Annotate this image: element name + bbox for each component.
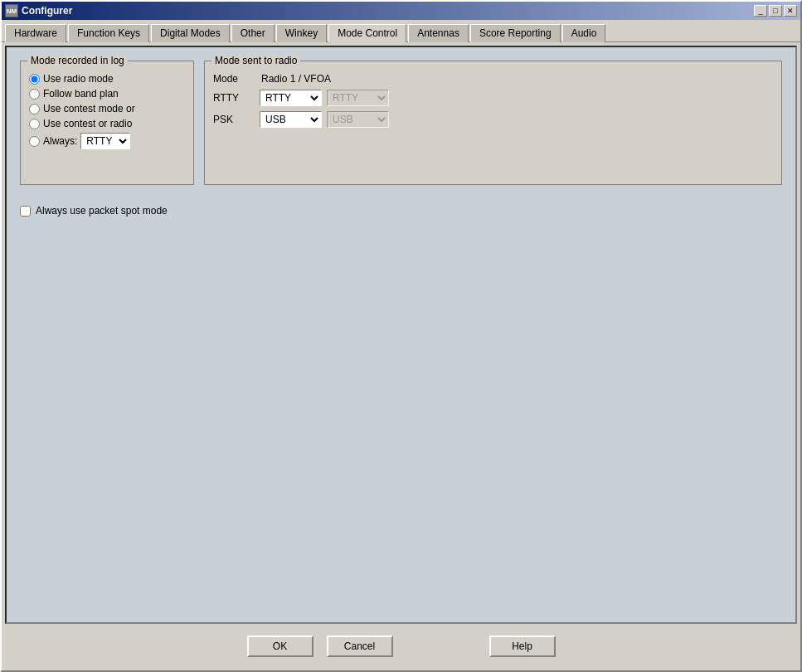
radio-use-radio-mode[interactable]: Use radio mode — [29, 73, 185, 85]
help-button[interactable]: Help — [489, 635, 556, 657]
content-area: Mode recorded in log Use radio mode Foll… — [5, 46, 797, 624]
radio-use-radio-mode-label: Use radio mode — [43, 73, 114, 85]
radio-follow-band-plan-label: Follow band plan — [43, 88, 119, 100]
mode-col-radio1-header: Radio 1 / VFOA — [261, 73, 331, 85]
psk-radio1-select[interactable]: USB RTTY LSB CW FM AM — [260, 111, 322, 128]
radio-follow-band-plan[interactable]: Follow band plan — [29, 88, 185, 100]
main-window: NM Configurer _ □ ✕ Hardware Function Ke… — [0, 0, 802, 672]
psk-vfoa-select[interactable]: USB RTTY LSB CW FM AM — [327, 111, 389, 128]
ok-button[interactable]: OK — [247, 635, 314, 657]
rtty-radio1-select[interactable]: RTTY USB LSB CW FM AM — [260, 90, 322, 106]
tab-audio[interactable]: Audio — [562, 24, 606, 42]
button-row: OK Cancel Help — [2, 627, 800, 670]
tab-digital-modes[interactable]: Digital Modes — [151, 24, 230, 42]
always-select[interactable]: RTTY USB LSB CW FM AM — [80, 133, 130, 149]
tab-bar: Hardware Function Keys Digital Modes Oth… — [2, 20, 800, 42]
title-bar: NM Configurer _ □ ✕ — [2, 2, 800, 20]
mode-col-mode-header: Mode — [213, 73, 255, 85]
radio-use-contest-or-radio-label: Use contest or radio — [43, 118, 132, 129]
mode-table: Mode Radio 1 / VFOA RTTY RTTY USB LSB CW… — [213, 73, 773, 128]
cancel-button[interactable]: Cancel — [327, 635, 393, 657]
radio-use-contest-mode-or[interactable]: Use contest mode or — [29, 103, 185, 114]
groups-row: Mode recorded in log Use radio mode Foll… — [20, 61, 782, 195]
tab-antennas[interactable]: Antennas — [408, 24, 469, 42]
mode-recorded-options: Use radio mode Follow band plan Use cont… — [29, 70, 185, 149]
window-title: Configurer — [22, 5, 754, 17]
tab-score-reporting[interactable]: Score Reporting — [470, 24, 561, 42]
mode-table-header: Mode Radio 1 / VFOA — [213, 73, 773, 85]
tab-other[interactable]: Other — [231, 24, 275, 42]
mode-recorded-legend: Mode recorded in log — [27, 55, 128, 66]
rtty-vfoa-select[interactable]: RTTY USB LSB CW FM AM — [327, 90, 389, 106]
mode-sent-group: Mode sent to radio Mode Radio 1 / VFOA R… — [204, 61, 782, 185]
close-button[interactable]: ✕ — [784, 5, 797, 17]
mode-row-rtty: RTTY RTTY USB LSB CW FM AM RTTY USB — [213, 90, 773, 106]
radio-use-contest-mode-or-label: Use contest mode or — [43, 103, 135, 114]
radio-use-contest-or-radio[interactable]: Use contest or radio — [29, 118, 185, 129]
always-row: Always: RTTY USB LSB CW FM AM — [29, 133, 185, 149]
tab-hardware[interactable]: Hardware — [5, 24, 66, 42]
radio-always[interactable]: Always: — [29, 135, 77, 147]
mode-sent-legend: Mode sent to radio — [211, 55, 300, 66]
radio-always-label: Always: — [43, 135, 77, 147]
tab-function-keys[interactable]: Function Keys — [68, 24, 149, 42]
mode-row-psk-label: PSK — [213, 114, 255, 125]
minimize-button[interactable]: _ — [754, 5, 767, 17]
maximize-button[interactable]: □ — [769, 5, 782, 17]
mode-row-psk: PSK USB RTTY LSB CW FM AM USB RTTY — [213, 111, 773, 128]
packet-spot-row: Always use packet spot mode — [20, 205, 782, 217]
packet-spot-label: Always use packet spot mode — [36, 205, 168, 217]
mode-recorded-group: Mode recorded in log Use radio mode Foll… — [20, 61, 194, 185]
packet-spot-checkbox[interactable] — [20, 206, 31, 217]
title-bar-controls: _ □ ✕ — [754, 5, 797, 17]
tab-mode-control[interactable]: Mode Control — [328, 24, 406, 42]
tab-winkey[interactable]: Winkey — [276, 24, 327, 42]
mode-row-rtty-label: RTTY — [213, 92, 255, 104]
app-icon: NM — [5, 4, 18, 17]
